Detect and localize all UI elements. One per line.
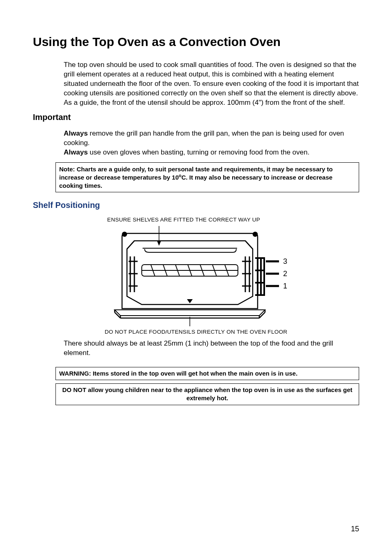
note-box: Note: Charts are a guide only, to suit p… [55, 162, 359, 193]
shelf-label-1: 1 [283, 282, 287, 290]
svg-line-5 [245, 241, 253, 249]
diagram-caption-bottom: DO NOT PLACE FOOD/UTENSILS DIRECTLY ON T… [33, 329, 359, 335]
important-heading: Important [33, 113, 359, 122]
shelf-label-2: 2 [283, 270, 287, 278]
svg-marker-25 [187, 299, 193, 303]
oven-diagram: 3 2 1 [89, 224, 303, 327]
clearance-paragraph: There should always be at least 25mm (1 … [64, 339, 359, 358]
page-title: Using the Top Oven as a Convection Oven [33, 35, 359, 49]
intro-paragraph: The top oven should be used to cook smal… [64, 60, 359, 108]
svg-line-4 [127, 241, 134, 249]
shelf-positioning-heading: Shelf Positioning [33, 201, 359, 210]
always-label-1: Always [64, 129, 88, 137]
diagram-block: ENSURE SHELVES ARE FITTED THE CORRECT WA… [33, 217, 359, 358]
always-label-2: Always [64, 148, 88, 156]
svg-point-2 [122, 232, 127, 236]
svg-marker-1 [157, 241, 161, 246]
warning-box-1: WARNING: Items stored in the top oven wi… [55, 367, 359, 380]
shelf-label-3: 3 [283, 257, 287, 265]
diagram-caption-top: ENSURE SHELVES ARE FITTED THE CORRECT WA… [8, 217, 359, 223]
svg-point-3 [253, 232, 257, 236]
important-paragraph-1: Always remove the grill pan handle from … [64, 129, 359, 148]
important-paragraph-2: Always use oven gloves when basting, tur… [64, 148, 359, 157]
important-text-1: remove the grill pan handle from the gri… [64, 129, 344, 147]
page-number: 15 [351, 525, 359, 533]
warning-box-2: DO NOT allow young children near to the … [55, 383, 359, 405]
important-text-2: use oven gloves when basting, turning or… [88, 148, 310, 156]
